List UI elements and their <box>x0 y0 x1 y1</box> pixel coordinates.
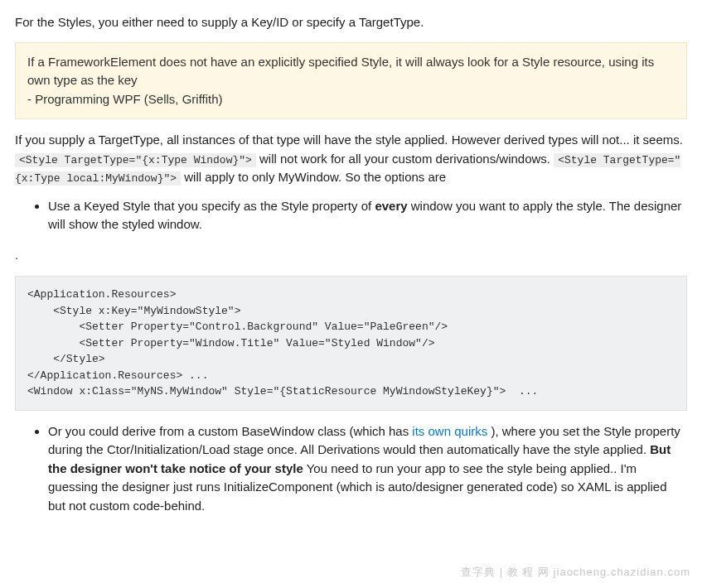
dot-separator: . <box>15 246 687 265</box>
text-segment: will not work for all your custom deriva… <box>259 152 554 166</box>
text-segment: Use a Keyed Style that you specify as th… <box>48 199 375 213</box>
emphasis-every: every <box>375 199 407 213</box>
options-list-1: Use a Keyed Style that you specify as th… <box>15 197 687 234</box>
list-item: Use a Keyed Style that you specify as th… <box>48 197 687 234</box>
list-item: Or you could derive from a custom BaseWi… <box>48 422 687 516</box>
text-segment: If you supply a TargetType, all instance… <box>15 133 683 147</box>
quote-block: If a FrameworkElement does not have an e… <box>15 42 687 120</box>
options-list-2: Or you could derive from a custom BaseWi… <box>15 422 687 516</box>
quote-line2: - Programming WPF (Sells, Griffith) <box>27 92 223 106</box>
text-segment: will apply to only MyWindow. So the opti… <box>184 170 446 184</box>
intro-paragraph: For the Styles, you either need to suppl… <box>15 13 687 32</box>
text-segment: Or you could derive from a custom BaseWi… <box>48 424 412 438</box>
xaml-code-block: <Application.Resources> <Style x:Key="My… <box>15 276 687 411</box>
own-quirks-link[interactable]: its own quirks <box>412 424 487 438</box>
targettype-paragraph: If you supply a TargetType, all instance… <box>15 131 687 187</box>
quote-line1: If a FrameworkElement does not have an e… <box>27 55 654 88</box>
inline-code-style-window: <Style TargetType="{x:Type Window}"> <box>15 153 256 167</box>
